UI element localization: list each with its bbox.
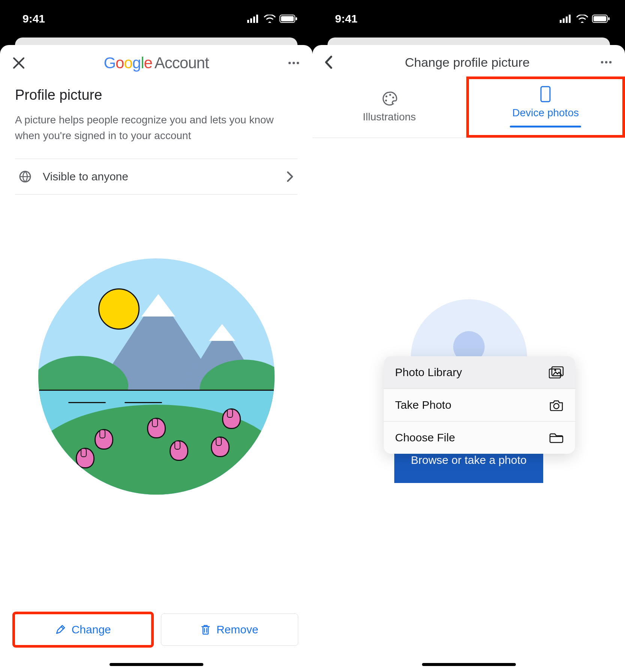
svg-rect-11 [560, 20, 562, 23]
svg-point-29 [554, 369, 556, 371]
action-take-photo-label: Take Photo [395, 399, 451, 411]
svg-rect-25 [541, 87, 550, 102]
svg-rect-0 [247, 20, 249, 23]
close-icon [12, 57, 25, 69]
more-menu-button[interactable] [285, 55, 302, 71]
google-account-logo: GoogleAccount [104, 54, 209, 72]
phone-left: 9:41 GoogleAccount Profile picture A pic… [0, 0, 312, 672]
page-title: Change profile picture [405, 55, 530, 70]
svg-rect-16 [593, 16, 606, 21]
svg-rect-3 [256, 15, 258, 23]
svg-point-23 [392, 96, 394, 98]
folder-icon [549, 432, 564, 443]
svg-rect-1 [250, 18, 252, 23]
visibility-label: Visible to anyone [43, 170, 275, 183]
tab-active-indicator [510, 126, 581, 128]
camera-icon [549, 399, 564, 411]
svg-rect-13 [566, 16, 568, 23]
more-icon [601, 61, 612, 64]
cellular-icon [560, 15, 572, 23]
battery-icon [592, 15, 610, 23]
svg-point-20 [609, 61, 611, 63]
photo-library-icon [549, 366, 564, 378]
chevron-right-icon [286, 171, 294, 183]
status-time: 9:41 [335, 12, 358, 25]
back-button[interactable] [320, 54, 337, 70]
svg-point-21 [385, 95, 387, 97]
svg-rect-5 [281, 16, 294, 21]
status-time: 9:41 [23, 12, 45, 25]
more-icon [288, 62, 299, 64]
svg-point-18 [601, 61, 603, 63]
remove-label: Remove [216, 623, 258, 636]
svg-rect-2 [253, 16, 255, 23]
profile-section: Profile picture A picture helps people r… [0, 80, 312, 144]
screen2-header: Change profile picture [312, 45, 625, 76]
main-sheet-right: Change profile picture Illustrations Dev… [312, 45, 625, 672]
svg-point-7 [288, 62, 291, 64]
status-bar: 9:41 [312, 0, 625, 38]
change-button[interactable]: Change [14, 614, 152, 646]
wifi-icon [264, 15, 276, 23]
browse-label: Browse or take a photo [411, 454, 527, 466]
action-choose-file-label: Choose File [395, 431, 455, 444]
tab-illustrations[interactable]: Illustrations [312, 76, 466, 138]
pencil-icon [55, 624, 66, 635]
remove-button[interactable]: Remove [161, 614, 299, 646]
page-title: Profile picture [15, 87, 297, 103]
more-menu-button[interactable] [598, 54, 614, 70]
cellular-icon [247, 15, 260, 23]
svg-rect-6 [296, 17, 297, 20]
profile-picture-preview [0, 258, 312, 495]
svg-rect-14 [569, 15, 571, 23]
screen1-header: GoogleAccount [0, 45, 312, 80]
phone-right: 9:41 Change profile picture Illustration… [312, 0, 625, 672]
status-icons [247, 15, 297, 23]
chevron-left-icon [324, 55, 333, 69]
trash-icon [201, 624, 210, 635]
phone-icon [540, 86, 551, 102]
tab-device-label: Device photos [512, 107, 579, 119]
close-button[interactable] [11, 55, 27, 71]
svg-rect-12 [563, 18, 565, 23]
action-choose-file[interactable]: Choose File [384, 422, 575, 454]
change-label: Change [72, 623, 111, 636]
palette-icon [382, 91, 397, 106]
svg-rect-17 [608, 17, 610, 20]
home-indicator[interactable] [110, 663, 203, 666]
page-description: A picture helps people recognize you and… [15, 112, 297, 144]
svg-point-30 [554, 404, 559, 409]
status-bar: 9:41 [0, 0, 312, 38]
action-take-photo[interactable]: Take Photo [384, 389, 575, 422]
svg-point-8 [293, 62, 295, 64]
tab-illustrations-label: Illustrations [363, 111, 416, 123]
tab-device-photos[interactable]: Device photos [466, 76, 625, 138]
account-word: Account [155, 54, 209, 72]
wifi-icon [576, 15, 588, 23]
visibility-row[interactable]: Visible to anyone [15, 159, 297, 195]
svg-point-22 [389, 94, 391, 96]
main-sheet-left: GoogleAccount Profile picture A picture … [0, 45, 312, 672]
status-icons [560, 15, 610, 23]
battery-icon [279, 15, 297, 23]
home-indicator[interactable] [422, 663, 516, 666]
action-photo-library-label: Photo Library [395, 366, 462, 379]
globe-icon [19, 170, 32, 183]
action-sheet: Photo Library Take Photo Choose File [384, 356, 575, 454]
svg-point-9 [297, 62, 299, 64]
action-buttons-row: Change Remove [14, 614, 298, 646]
svg-point-24 [385, 99, 387, 101]
action-photo-library[interactable]: Photo Library [384, 356, 575, 389]
svg-point-19 [605, 61, 607, 63]
avatar-illustration [38, 258, 275, 495]
tabs: Illustrations Device photos [312, 76, 625, 138]
